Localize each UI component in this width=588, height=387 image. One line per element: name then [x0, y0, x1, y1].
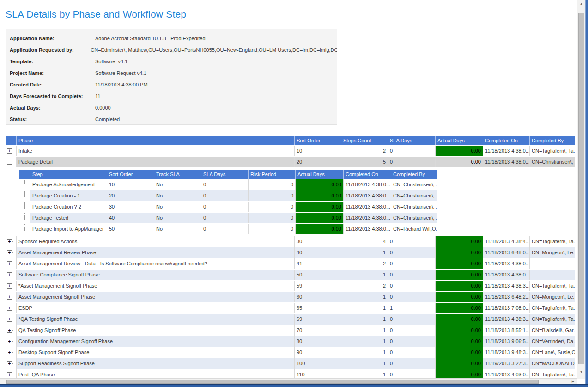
step-name: Package Tested: [30, 213, 107, 223]
phase-sla-days: 0: [388, 146, 436, 156]
tree-connector-icon: [12, 286, 16, 286]
sub-header-track-sla: Track SLA: [154, 170, 201, 179]
phase-sort-order: 65: [295, 303, 341, 313]
step-completed-on: 11/18/2013 4:38:0...: [344, 202, 391, 212]
info-label: Actual Days:: [6, 102, 95, 114]
expand-toggle-icon[interactable]: +: [7, 250, 12, 255]
expand-toggle-icon[interactable]: +: [7, 350, 12, 355]
phase-completed-on: 11/18/2013 9:06:5...: [483, 336, 530, 347]
header-actual-days: Actual Days: [436, 136, 483, 145]
tree-connector-icon: [12, 352, 16, 353]
toggle-cell: +: [6, 303, 17, 313]
page-title: SLA Details by Phase and Workflow Step: [6, 9, 186, 20]
phase-actual-days: 0.00: [436, 157, 483, 167]
phase-table: Phase Sort Order Steps Count SLA Days Ac…: [6, 136, 575, 380]
phase-name: *Asset Management Signoff Phase: [17, 281, 295, 291]
tree-connector-icon: [12, 264, 16, 264]
sub-header-toggle: [19, 170, 30, 179]
toggle-cell: +: [6, 281, 17, 291]
phase-steps-count: 5: [341, 157, 388, 167]
phase-completed-on: 11/18/2013 7:08:0...: [483, 303, 530, 313]
phase-completed-by: CN=Blaisdell\, Gar...: [530, 325, 575, 336]
expand-toggle-icon[interactable]: +: [7, 317, 12, 322]
info-row: Application Name:Adobe Acrobat Standard …: [6, 33, 337, 44]
phase-row: + *QA Testing Signoff Phase 69 1 0 0.00 …: [6, 314, 575, 325]
step-tree-cell: [19, 213, 30, 223]
phase-completed-by: CN=Tagliaferri\, Ta...: [530, 314, 575, 325]
scroll-down-icon[interactable]: ▼: [577, 369, 585, 375]
phase-actual-days: 0.00: [436, 270, 483, 280]
phase-completed-on: 11/18/2013 8:55:1...: [483, 325, 530, 336]
phase-row: + Software Compliance Signoff Phase 50 1…: [6, 270, 575, 280]
horizontal-scrollbar[interactable]: ▶: [0, 378, 577, 384]
application-info-panel: Application Name:Adobe Acrobat Standard …: [6, 29, 337, 125]
phase-row: + QA Testing Signoff Phase 70 1 0 0.00 1…: [6, 325, 575, 336]
horizontal-scrollbar-thumb[interactable]: [6, 380, 539, 384]
expand-toggle-icon[interactable]: +: [7, 361, 12, 366]
phase-sort-order: 100: [295, 358, 341, 369]
expand-toggle-icon[interactable]: +: [7, 339, 12, 344]
step-name: Package Creation ? 2: [30, 202, 107, 212]
expand-toggle-icon[interactable]: +: [7, 261, 12, 266]
phase-completed-on: 11/18/2013 4:38:0...: [483, 146, 530, 156]
phase-name: Package Detail: [17, 157, 295, 167]
expand-toggle-icon[interactable]: +: [7, 328, 12, 333]
scroll-up-icon[interactable]: ▲: [577, 0, 585, 7]
phase-completed-on: 11/18/2013 4:38:3...: [483, 314, 530, 325]
toggle-cell: +: [6, 236, 17, 247]
phase-sla-days: 0: [388, 325, 436, 336]
phase-sla-days: 0: [388, 314, 436, 325]
step-rows: Package Acknowledgement 10 No 0 0 0.00 1…: [19, 179, 437, 234]
expand-toggle-icon[interactable]: +: [7, 239, 12, 244]
step-risk-period: 0: [249, 190, 296, 201]
step-table-header: Step Sort Order Track SLA SLA Days Risk …: [19, 170, 437, 179]
step-completed-by: CN=Christiansen\, ...: [391, 202, 437, 212]
phase-sort-order: 69: [295, 314, 341, 325]
tree-connector-icon: [12, 241, 16, 242]
phase-sort-order: 10: [295, 146, 341, 156]
expand-toggle-icon[interactable]: +: [7, 283, 12, 289]
step-row: Package Acknowledgement 10 No 0 0 0.00 1…: [19, 179, 437, 190]
step-sub-table: Step Sort Order Track SLA SLA Days Risk …: [19, 170, 437, 234]
vertical-scrollbar-thumb[interactable]: [578, 13, 584, 364]
phase-sort-order: 60: [295, 292, 341, 302]
tree-connector-icon: [12, 308, 16, 308]
phase-name: Support Readiness Signoff Phase: [17, 358, 295, 369]
phase-completed-on: 11/18/2013 4:38:0...: [483, 270, 530, 280]
phase-sla-days: 1: [388, 303, 436, 313]
phase-actual-days: 0.00: [436, 347, 483, 358]
phase-sla-days: 0: [388, 157, 436, 167]
scroll-right-icon[interactable]: ▶: [570, 379, 576, 384]
expand-toggle-icon[interactable]: +: [7, 148, 12, 154]
phase-steps-count: 1: [341, 303, 388, 313]
step-tree-cell: [19, 224, 30, 234]
info-label: Template:: [6, 56, 95, 68]
phase-row: + Asset Management Review Phase 40 1 0 0…: [6, 247, 575, 258]
expand-toggle-icon[interactable]: +: [7, 306, 12, 311]
phase-sla-days: 0: [388, 270, 436, 280]
step-tree-cell: [19, 202, 30, 212]
phase-row: + Sponsor Required Actions 30 4 0 0.00 1…: [6, 236, 575, 247]
step-sla-days: 0: [201, 179, 249, 190]
vertical-scrollbar[interactable]: ▲ ▼: [577, 0, 585, 379]
phase-completed-by: CN=Tagliaferri\, Ta...: [530, 281, 575, 291]
step-sort-order: 50: [107, 224, 154, 234]
info-value: CN=Edminster\, Matthew,OU=Users,OU=Ports…: [91, 44, 337, 56]
tree-branch-icon: [24, 191, 28, 197]
tree-connector-icon: [12, 341, 16, 342]
expand-toggle-icon[interactable]: +: [7, 295, 12, 300]
step-row: Package Creation ? 2 30 No 0 0 0.00 11/1…: [19, 202, 437, 212]
expand-toggle-icon[interactable]: −: [7, 160, 12, 165]
phase-steps-count: 1: [341, 336, 388, 347]
expand-toggle-icon[interactable]: +: [7, 272, 12, 277]
phase-row: − Package Detail 20 5 0 0.00 11/18/2013 …: [6, 157, 575, 167]
step-completed-by: CN=Christiansen\, ...: [391, 190, 437, 201]
step-sort-order: 40: [107, 213, 154, 223]
phase-completed-by: CN=Mongeon\, Le...: [530, 292, 575, 302]
tree-branch-icon: [24, 224, 28, 231]
step-sla-days: 0: [201, 213, 249, 223]
phase-steps-count: 2: [341, 146, 388, 156]
header-sla-days: SLA Days: [388, 136, 436, 145]
expand-toggle-icon[interactable]: +: [7, 372, 12, 377]
phase-sla-days: 0: [388, 236, 436, 247]
